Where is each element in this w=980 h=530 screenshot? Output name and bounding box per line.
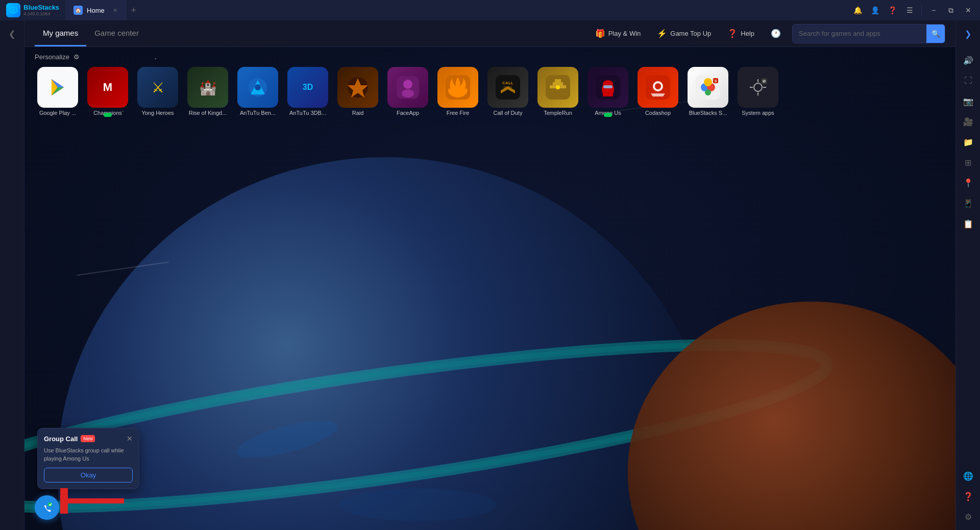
svg-point-20	[556, 85, 560, 89]
games-list: Google Play ... M Champions ⚔ Yong Heroe…	[35, 67, 945, 116]
game-yong-heroes[interactable]: ⚔ Yong Heroes	[135, 67, 181, 116]
title-bar: BlueStacks 4.240.0.1064 🏠 Home ✕ + 🔔 👤 ❓…	[0, 0, 980, 20]
sidebar-expand-btn[interactable]: ❮	[3, 25, 21, 43]
game-icon-system-apps	[738, 67, 778, 108]
sidebar-screenshot-btn[interactable]: 📷	[959, 92, 977, 110]
svg-point-33	[704, 78, 712, 86]
svg-rect-23	[603, 92, 606, 97]
svg-point-34	[705, 89, 711, 95]
sidebar-copy-btn[interactable]: 📋	[959, 214, 977, 233]
sidebar-help-btn[interactable]: ❓	[959, 487, 977, 505]
sidebar-camera-btn[interactable]: 🎥	[959, 112, 977, 131]
game-icon-antutu3d: 3D	[287, 67, 328, 108]
game-icon-temple-run	[537, 67, 578, 108]
notification-btn[interactable]: 🔔	[850, 3, 865, 18]
game-raid[interactable]: Raid	[335, 67, 381, 116]
left-sidebar: ❮	[0, 20, 24, 530]
game-icon-codashop	[638, 67, 678, 108]
sidebar-expand-right-btn[interactable]: ❯	[959, 25, 977, 43]
tab-home[interactable]: 🏠 Home ✕	[65, 0, 126, 20]
search-input[interactable]	[793, 26, 926, 41]
nav-actions: 🎁 Play & Win ⚡ Game Top Up ❓ Help 🕐 🔍	[590, 24, 945, 43]
game-antutu3d[interactable]: 3D AnTuTu 3DB...	[285, 67, 331, 116]
game-label-faceapp: FaceApp	[385, 110, 431, 116]
game-icon-bluestacks-s: S	[688, 67, 728, 108]
tab-my-games[interactable]: My games	[35, 20, 86, 46]
minimize-btn[interactable]: −	[926, 3, 941, 18]
sidebar-globe-btn[interactable]: 🌐	[959, 467, 977, 485]
play-win-btn[interactable]: 🎁 Play & Win	[590, 26, 646, 41]
game-system-apps[interactable]: System apps	[735, 67, 781, 116]
personalize-bar[interactable]: Personalize ⚙	[35, 53, 945, 61]
tab-game-center[interactable]: Game center	[86, 20, 147, 46]
svg-point-60	[339, 488, 497, 521]
history-icon: 🕐	[771, 29, 781, 38]
sidebar-fullscreen-btn[interactable]: ⛶	[959, 71, 977, 90]
game-google-play[interactable]: Google Play ...	[35, 67, 81, 116]
popup-ok-btn[interactable]: Okay	[44, 468, 133, 483]
top-nav: My games Game center 🎁 Play & Win ⚡ Game…	[24, 20, 955, 47]
game-icon-among-us	[587, 67, 628, 108]
popup-new-badge: New	[81, 435, 95, 442]
game-icon-call-of-duty: CALL DUTY	[487, 67, 528, 108]
group-call-popup: Group Call New ✕ Use BlueStacks group ca…	[37, 428, 139, 489]
lightning-icon: ⚡	[657, 29, 667, 38]
game-among-us[interactable]: Among Us	[585, 67, 631, 116]
sidebar-device-btn[interactable]: 📱	[959, 194, 977, 212]
sidebar-multi-btn[interactable]: ⊞	[959, 153, 977, 172]
popup-close-btn[interactable]: ✕	[127, 435, 133, 443]
game-label-raid: Raid	[335, 110, 381, 116]
svg-rect-26	[603, 85, 612, 88]
sidebar-volume-btn[interactable]: 🔊	[959, 51, 977, 69]
games-area: Personalize ⚙	[24, 47, 955, 122]
svg-marker-1	[11, 8, 15, 13]
help-btn[interactable]: ❓	[885, 3, 900, 18]
game-antutu[interactable]: AnTuTu Ben...	[235, 67, 281, 116]
maximize-btn[interactable]: ⧉	[943, 3, 959, 18]
history-btn[interactable]: 🕐	[766, 26, 786, 41]
game-icon-faceapp	[387, 67, 428, 108]
game-label-google-play: Google Play ...	[35, 110, 81, 116]
close-tab-btn[interactable]: ✕	[113, 7, 117, 14]
game-free-fire[interactable]: Free Fire	[435, 67, 481, 116]
account-btn[interactable]: 👤	[867, 3, 883, 18]
game-bluestacks-s[interactable]: S BlueStacks S...	[685, 67, 731, 116]
game-rise-kingdoms[interactable]: 🏰 Rise of Kingd...	[185, 67, 231, 116]
hamburger-btn[interactable]: ☰	[902, 3, 917, 18]
game-label-antutu3d: AnTuTu 3DB...	[285, 110, 331, 116]
sidebar-settings-btn[interactable]: ⚙	[959, 508, 977, 526]
game-faceapp[interactable]: FaceApp	[385, 67, 431, 116]
title-bar-tabs: 🏠 Home ✕ +	[65, 0, 141, 20]
game-active-badge-champions	[104, 113, 112, 117]
svg-rect-24	[609, 92, 613, 97]
close-btn[interactable]: ✕	[961, 3, 976, 18]
right-sidebar: ❯ 🔊 ⛶ 📷 🎥 📁 ⊞ 📍 📱 📋 🌐 ❓ ⚙	[955, 20, 980, 530]
game-label-yong-heroes: Yong Heroes	[135, 110, 181, 116]
bluestacks-logo: BlueStacks 4.240.0.1064	[0, 0, 65, 20]
game-icon-yong-heroes: ⚔	[137, 67, 178, 108]
group-call-button[interactable]	[35, 495, 59, 520]
popup-header: Group Call New ✕	[44, 435, 133, 443]
new-tab-btn[interactable]: +	[126, 0, 141, 20]
logo-text: BlueStacks 4.240.0.1064	[23, 4, 59, 17]
game-codashop[interactable]: Codashop	[635, 67, 681, 116]
nav-tabs: My games Game center	[35, 20, 147, 46]
game-call-of-duty[interactable]: CALL DUTY Call of Duty	[485, 67, 531, 116]
game-label-free-fire: Free Fire	[435, 110, 481, 116]
content-area: My games Game center 🎁 Play & Win ⚡ Game…	[24, 20, 955, 530]
sidebar-location-btn[interactable]: 📍	[959, 174, 977, 192]
search-bar: 🔍	[792, 24, 945, 43]
game-icon-antutu	[237, 67, 278, 108]
logo-icon	[6, 3, 20, 17]
sidebar-folder-btn[interactable]: 📁	[959, 133, 977, 151]
svg-point-10	[403, 80, 412, 89]
game-champions[interactable]: M Champions	[85, 67, 131, 116]
game-label-antutu: AnTuTu Ben...	[235, 110, 281, 116]
game-icon-rise-kingdoms: 🏰	[187, 67, 228, 108]
help-action-btn[interactable]: ❓ Help	[722, 26, 760, 41]
search-button[interactable]: 🔍	[926, 25, 945, 43]
game-top-up-btn[interactable]: ⚡ Game Top Up	[652, 26, 716, 41]
game-temple-run[interactable]: TempleRun	[535, 67, 581, 116]
svg-point-29	[655, 83, 661, 89]
gift-icon: 🎁	[595, 29, 605, 38]
